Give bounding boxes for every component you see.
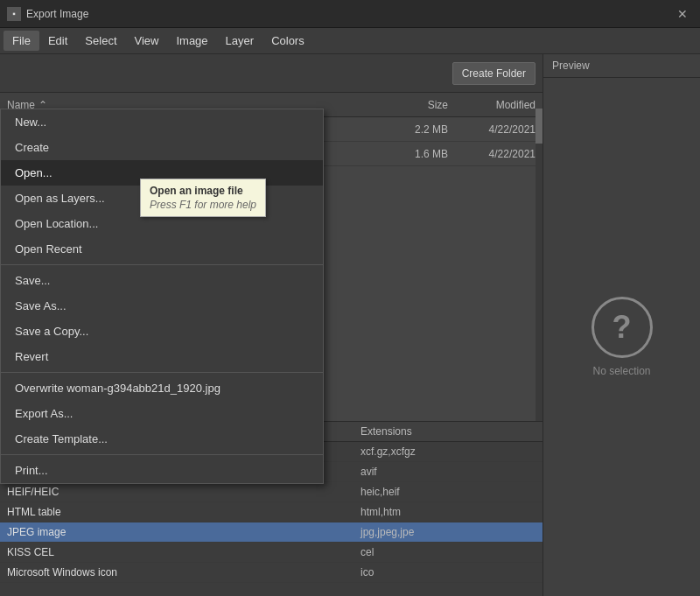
menu-layer[interactable]: Layer	[217, 31, 263, 51]
file-size: 1.6 MB	[378, 148, 448, 160]
menu-overwrite[interactable]: Overwrite woman-g394abb21d_1920.jpg	[1, 375, 323, 401]
menu-export-as[interactable]: Export As...	[1, 401, 323, 426]
menu-open[interactable]: Open...	[1, 160, 323, 186]
title-bar: ▪ Export Image ✕	[0, 0, 700, 28]
preview-panel: Preview ? No selection	[542, 54, 700, 596]
preview-question-icon: ?	[592, 297, 653, 358]
menu-new[interactable]: New...	[1, 109, 323, 135]
ft-type: JPEG image	[7, 526, 360, 538]
dropdown-separator-3	[1, 454, 323, 455]
ft-ext: xcf.gz,xcfgz	[360, 445, 536, 458]
ft-col-ext-header: Extensions	[360, 425, 536, 438]
title-bar-text: Export Image	[26, 8, 672, 20]
menu-create-template[interactable]: Create Template...	[1, 426, 323, 452]
preview-header: Preview	[543, 54, 700, 78]
ft-type: Microsoft Windows icon	[7, 566, 360, 578]
file-size: 2.2 MB	[378, 123, 448, 136]
menu-save-copy[interactable]: Save a Copy...	[1, 319, 323, 344]
menu-file[interactable]: File	[4, 31, 39, 51]
scroll-track[interactable]	[536, 109, 542, 421]
menu-colors[interactable]: Colors	[262, 31, 313, 51]
menu-create[interactable]: Create	[1, 135, 323, 160]
menu-image[interactable]: Image	[167, 31, 216, 51]
menu-view[interactable]: View	[126, 31, 168, 51]
preview-no-selection-label: No selection	[592, 365, 650, 377]
col-modified-header: Modified	[448, 99, 536, 111]
ft-ext: avif	[360, 466, 536, 478]
dropdown-separator-1	[1, 264, 323, 265]
ft-ext: cel	[360, 546, 536, 558]
menu-save[interactable]: Save...	[1, 268, 323, 293]
file-modified: 4/22/2021	[448, 123, 536, 136]
preview-content: ? No selection	[543, 78, 700, 596]
col-size-header: Size	[378, 99, 448, 111]
toolbar-row: Create Folder	[0, 54, 542, 93]
filetype-row[interactable]: KISS CEL cel	[0, 543, 542, 563]
scroll-thumb[interactable]	[536, 109, 542, 144]
menu-select[interactable]: Select	[76, 31, 125, 51]
filetype-row-selected[interactable]: JPEG image jpg,jpeg,jpe	[0, 522, 542, 543]
ft-ext: heic,heif	[360, 486, 536, 498]
menu-open-location[interactable]: Open Location...	[1, 211, 323, 236]
menu-open-layers[interactable]: Open as Layers...	[1, 186, 323, 211]
menu-revert[interactable]: Revert	[1, 344, 323, 369]
menu-bar: File Edit Select View Image Layer Colors	[0, 28, 700, 54]
menu-print[interactable]: Print...	[1, 458, 323, 483]
ft-ext: html,htm	[360, 506, 536, 518]
menu-open-recent[interactable]: Open Recent	[1, 236, 323, 262]
ft-ext: jpg,jpeg,jpe	[360, 526, 536, 538]
app-icon: ▪	[7, 7, 21, 21]
filetype-row[interactable]: HEIF/HEIC heic,heif	[0, 482, 542, 502]
create-folder-button[interactable]: Create Folder	[452, 62, 536, 85]
filetype-row[interactable]: HTML table html,htm	[0, 502, 542, 522]
file-modified: 4/22/2021	[448, 148, 536, 160]
file-menu-dropdown: New... Create Open... Open as Layers... …	[0, 109, 324, 484]
filetype-row[interactable]: Microsoft Windows icon ico	[0, 563, 542, 583]
menu-edit[interactable]: Edit	[39, 31, 76, 51]
ft-ext: ico	[360, 566, 536, 578]
ft-type: HEIF/HEIC	[7, 486, 360, 498]
main-area: Create Folder Name ⌃ Size Modified 2.2 M…	[0, 54, 700, 596]
ft-type: KISS CEL	[7, 546, 360, 558]
menu-save-as[interactable]: Save As...	[1, 293, 323, 319]
close-button[interactable]: ✕	[672, 4, 693, 25]
dropdown-separator-2	[1, 372, 323, 373]
ft-type: HTML table	[7, 506, 360, 518]
